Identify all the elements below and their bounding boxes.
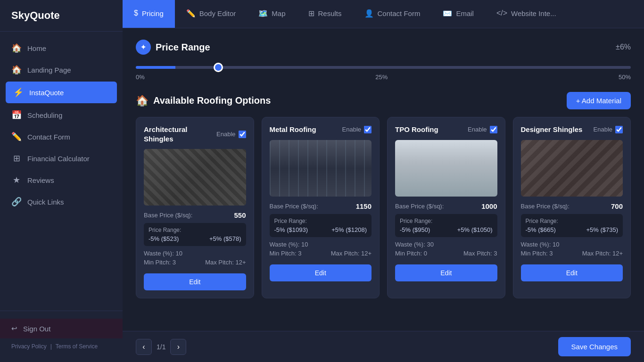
- base-price-label-designer: Base Price ($/sq):: [521, 203, 570, 210]
- terms-of-service-link[interactable]: Terms of Service: [56, 343, 98, 350]
- price-range-section: ✦ Price Range ±6%: [136, 40, 631, 55]
- roofing-cards: Architectural Shingles Enable Base Price…: [136, 117, 631, 298]
- slider-label-50: 50%: [619, 74, 631, 81]
- price-low-metal: -5% ($1093): [274, 226, 308, 233]
- waste-tpo: Waste (%): 30: [395, 241, 497, 248]
- max-pitch-designer: Max Pitch: 12+: [582, 250, 623, 257]
- base-price-label-tpo: Base Price ($/sq):: [395, 203, 444, 210]
- price-range-title: ✦ Price Range: [136, 40, 210, 55]
- sidebar-item-label: Scheduling: [27, 111, 62, 119]
- pitch-row-tpo: Min Pitch: 0 Max Pitch: 3: [395, 250, 497, 257]
- edit-button-tpo[interactable]: Edit: [395, 264, 497, 281]
- roofing-title-label: Available Roofing Options: [153, 95, 271, 106]
- card-header-tpo: TPO Roofing Enable: [395, 125, 497, 134]
- sidebar-item-quick-links[interactable]: 🔗 Quick Links: [0, 191, 123, 213]
- slider-labels: 0% 25% 50%: [136, 74, 631, 81]
- tab-website-inte-label: Website Inte...: [511, 9, 556, 17]
- sign-out-icon: ↩: [11, 324, 17, 333]
- prev-page-icon: ‹: [142, 343, 145, 351]
- tab-contact-form[interactable]: 👤 Contact Form: [353, 0, 432, 28]
- waste-metal: Waste (%): 10: [270, 241, 372, 248]
- tab-email[interactable]: ✉️ Email: [431, 0, 485, 28]
- price-range-vals-designer: -5% ($665) +5% ($735): [526, 226, 619, 233]
- sidebar-item-reviews[interactable]: ★ Reviews: [0, 169, 123, 191]
- price-range-label: Price Range: [156, 42, 210, 53]
- edit-button-metal[interactable]: Edit: [270, 264, 372, 281]
- sidebar-item-label: Landing Page: [27, 66, 71, 74]
- sidebar-item-contact-form[interactable]: ✏️ Contact Form: [0, 126, 123, 148]
- tab-results[interactable]: ⊞ Results: [297, 0, 353, 28]
- tab-website-inte[interactable]: </> Website Inte...: [485, 0, 568, 28]
- price-high-tpo: +5% ($1050): [457, 226, 493, 233]
- contact-form-icon: ✏️: [11, 132, 22, 142]
- add-material-button[interactable]: + Add Material: [567, 92, 631, 109]
- quick-links-icon: 🔗: [11, 197, 22, 207]
- sidebar-item-financial-calculator[interactable]: ⊞ Financial Calculator: [0, 148, 123, 169]
- tab-contact-form-label: Contact Form: [378, 9, 421, 17]
- enable-label-metal: Enable: [342, 126, 361, 133]
- price-range-box-label-designer: Price Range:: [526, 218, 619, 224]
- slider-label-0: 0%: [136, 74, 145, 81]
- tab-pricing[interactable]: $ Pricing: [123, 0, 175, 28]
- tab-body-editor[interactable]: ✏️ Body Editor: [175, 0, 248, 28]
- enable-checkbox-metal[interactable]: [364, 126, 372, 133]
- price-range-box-designer: Price Range: -5% ($665) +5% ($735): [521, 214, 623, 237]
- enable-checkbox-architectural[interactable]: [239, 131, 246, 138]
- main-content: $ Pricing ✏️ Body Editor 🗺️ Map ⊞ Result…: [123, 0, 644, 362]
- min-pitch-architectural: Min Pitch: 3: [144, 259, 176, 266]
- content-area: ✦ Price Range ±6% 0% 25% 50% 🏠 Available…: [123, 28, 644, 331]
- sidebar-item-label: Reviews: [27, 176, 54, 184]
- prev-page-button[interactable]: ‹: [136, 339, 152, 355]
- enable-checkbox-designer[interactable]: [615, 126, 623, 133]
- bottom-bar: ‹ 1/1 › Save Changes: [123, 331, 644, 362]
- sign-out-button[interactable]: ↩ Sign Out: [0, 319, 123, 338]
- edit-button-architectural[interactable]: Edit: [144, 273, 246, 290]
- sidebar-footer: ↩ Sign Out Privacy Policy | Terms of Ser…: [0, 311, 123, 362]
- sidebar-item-landing-page[interactable]: 🏠 Landing Page: [0, 59, 123, 81]
- max-pitch-architectural: Max Pitch: 12+: [205, 259, 246, 266]
- pitch-row-metal: Min Pitch: 3 Max Pitch: 12+: [270, 250, 372, 257]
- price-range-box-label-architectural: Price Range:: [149, 227, 241, 233]
- base-price-label-architectural: Base Price ($/sq):: [144, 212, 192, 219]
- card-image-architectural: [144, 149, 246, 206]
- privacy-policy-link[interactable]: Privacy Policy: [11, 343, 47, 350]
- edit-button-designer[interactable]: Edit: [521, 264, 623, 281]
- website-inte-tab-icon: </>: [496, 9, 507, 17]
- price-range-icon: ✦: [136, 40, 151, 55]
- price-range-slider[interactable]: [136, 66, 631, 69]
- card-title-architectural: Architectural Shingles: [144, 125, 216, 143]
- tab-map[interactable]: 🗺️ Map: [247, 0, 297, 28]
- base-price-metal: Base Price ($/sq): 1150: [270, 202, 372, 210]
- roofing-header: 🏠 Available Roofing Options + Add Materi…: [136, 92, 631, 109]
- body-editor-tab-icon: ✏️: [186, 9, 196, 18]
- tab-body-editor-label: Body Editor: [199, 9, 236, 17]
- page-indicator: 1/1: [157, 343, 165, 351]
- sidebar-item-home[interactable]: 🏠 Home: [0, 37, 123, 59]
- sidebar-item-scheduling[interactable]: 📅 Scheduling: [0, 104, 123, 126]
- next-page-button[interactable]: ›: [170, 339, 186, 355]
- card-tpo: TPO Roofing Enable Base Price ($/sq): 10…: [387, 117, 505, 298]
- footer-links: Privacy Policy | Terms of Service: [0, 338, 123, 354]
- enable-checkbox-tpo[interactable]: [490, 126, 497, 133]
- price-range-box-tpo: Price Range: -5% ($950) +5% ($1050): [395, 214, 497, 237]
- sidebar-item-instaquote[interactable]: ⚡ InstaQuote: [6, 82, 117, 103]
- tab-pricing-label: Pricing: [142, 9, 164, 17]
- min-pitch-tpo: Min Pitch: 0: [395, 250, 427, 257]
- base-price-val-metal: 1150: [356, 202, 372, 210]
- price-range-vals-architectural: -5% ($523) +5% ($578): [149, 235, 241, 242]
- roofing-icon: 🏠: [136, 95, 149, 107]
- price-range-vals-tpo: -5% ($950) +5% ($1050): [400, 226, 493, 233]
- enable-label-architectural: Enable: [216, 131, 235, 138]
- email-tab-icon: ✉️: [443, 9, 452, 18]
- pagination: ‹ 1/1 ›: [136, 339, 186, 355]
- sidebar-item-label: Quick Links: [27, 198, 64, 206]
- sidebar-nav: 🏠 Home 🏠 Landing Page ⚡ InstaQuote 📅 Sch…: [0, 32, 123, 311]
- financial-calculator-icon: ⊞: [11, 153, 22, 164]
- card-image-tpo: [395, 140, 497, 197]
- card-header-metal: Metal Roofing Enable: [270, 125, 372, 134]
- instaquote-icon: ⚡: [13, 87, 24, 98]
- enable-label-tpo: Enable: [468, 126, 487, 133]
- card-metal: Metal Roofing Enable Base Price ($/sq): …: [262, 117, 380, 298]
- roofing-title: 🏠 Available Roofing Options: [136, 95, 271, 107]
- save-changes-button[interactable]: Save Changes: [558, 337, 631, 356]
